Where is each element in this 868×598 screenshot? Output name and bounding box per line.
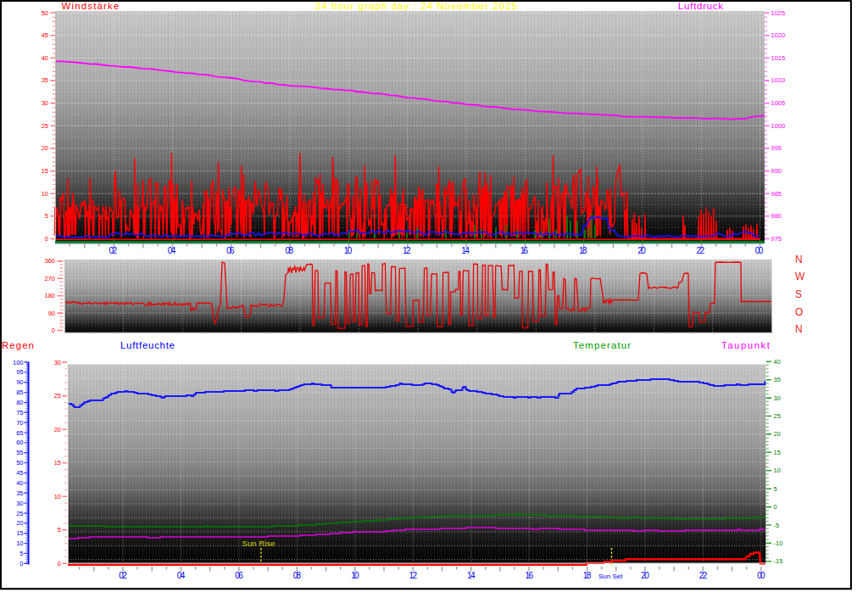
svg-text:20: 20 — [16, 519, 23, 527]
svg-text:0: 0 — [52, 327, 55, 334]
svg-text:360: 360 — [44, 257, 55, 265]
svg-text:08: 08 — [293, 571, 302, 580]
svg-text:10: 10 — [774, 467, 781, 474]
svg-text:04: 04 — [168, 246, 176, 255]
svg-text:20: 20 — [774, 430, 781, 438]
svg-text:22: 22 — [699, 571, 708, 580]
svg-text:15: 15 — [16, 529, 23, 537]
svg-text:20: 20 — [42, 144, 48, 152]
svg-text:15: 15 — [54, 459, 61, 467]
svg-text:0: 0 — [58, 560, 61, 567]
svg-text:15: 15 — [42, 167, 48, 175]
svg-text:85: 85 — [16, 388, 23, 396]
svg-text:20: 20 — [641, 571, 649, 580]
svg-text:35: 35 — [42, 76, 48, 84]
svg-text:16: 16 — [525, 571, 533, 580]
svg-text:1005: 1005 — [771, 99, 786, 107]
svg-text:-10: -10 — [774, 539, 783, 547]
svg-text:0: 0 — [19, 560, 23, 567]
svg-text:06: 06 — [235, 571, 243, 580]
svg-text:80: 80 — [16, 399, 23, 406]
svg-text:-5: -5 — [774, 522, 780, 529]
svg-text:55: 55 — [16, 449, 23, 456]
svg-text:40: 40 — [774, 358, 781, 366]
svg-text:10: 10 — [351, 571, 359, 580]
svg-text:02: 02 — [119, 571, 127, 580]
svg-text:25: 25 — [774, 412, 781, 420]
svg-text:50: 50 — [42, 9, 48, 17]
svg-text:180: 180 — [44, 292, 55, 299]
svg-text:04: 04 — [177, 571, 186, 580]
svg-text:10: 10 — [42, 190, 48, 198]
svg-text:20: 20 — [637, 246, 646, 255]
svg-text:90: 90 — [48, 310, 55, 317]
svg-text:-15: -15 — [774, 557, 783, 565]
svg-text:18: 18 — [579, 246, 587, 255]
svg-text:70: 70 — [16, 419, 23, 427]
svg-text:16: 16 — [520, 246, 529, 255]
svg-text:35: 35 — [774, 376, 781, 383]
svg-text:5: 5 — [45, 212, 48, 220]
svg-text:35: 35 — [16, 489, 23, 497]
svg-text:0: 0 — [45, 235, 48, 243]
svg-text:30: 30 — [16, 500, 23, 507]
svg-text:W: W — [795, 271, 805, 282]
svg-text:75: 75 — [16, 409, 23, 416]
svg-text:Temperatur: Temperatur — [573, 340, 631, 350]
svg-text:30: 30 — [42, 99, 48, 107]
svg-text:12: 12 — [409, 571, 418, 580]
svg-text:Sun Rise: Sun Rise — [242, 539, 275, 548]
svg-text:995: 995 — [771, 144, 782, 152]
svg-text:1020: 1020 — [771, 31, 786, 39]
svg-text:1000: 1000 — [771, 122, 786, 130]
svg-text:40: 40 — [42, 54, 48, 62]
svg-text:20: 20 — [54, 426, 61, 433]
svg-text:975: 975 — [771, 235, 782, 243]
svg-text:00: 00 — [757, 571, 765, 580]
svg-text:22: 22 — [697, 246, 705, 255]
svg-text:S: S — [795, 288, 802, 300]
svg-text:N: N — [795, 323, 803, 335]
svg-text:Windstärke: Windstärke — [61, 1, 119, 11]
svg-text:Luftfeuchte: Luftfeuchte — [120, 340, 175, 350]
svg-text:90: 90 — [16, 378, 23, 386]
svg-text:100: 100 — [13, 359, 24, 366]
svg-text:40: 40 — [16, 479, 23, 487]
svg-text:14: 14 — [467, 571, 476, 580]
svg-text:Taupunkt: Taupunkt — [721, 340, 771, 350]
svg-text:270: 270 — [44, 275, 55, 282]
svg-text:45: 45 — [16, 469, 23, 477]
svg-text:5: 5 — [58, 526, 61, 534]
svg-text:02: 02 — [109, 246, 118, 255]
svg-text:30: 30 — [54, 359, 61, 366]
svg-text:14: 14 — [461, 246, 470, 255]
svg-text:25: 25 — [16, 510, 23, 517]
svg-text:06: 06 — [226, 246, 235, 255]
svg-text:1010: 1010 — [771, 76, 786, 84]
svg-text:0: 0 — [774, 503, 777, 511]
svg-text:65: 65 — [16, 429, 23, 437]
svg-text:1015: 1015 — [771, 54, 786, 62]
svg-text:10: 10 — [16, 539, 23, 547]
svg-text:10: 10 — [344, 246, 353, 255]
svg-text:O: O — [795, 306, 803, 318]
svg-text:10: 10 — [54, 493, 61, 500]
svg-text:95: 95 — [16, 368, 23, 376]
svg-text:45: 45 — [42, 31, 48, 39]
svg-text:Luftdruck: Luftdruck — [678, 1, 723, 11]
svg-text:980: 980 — [771, 212, 782, 220]
svg-text:18: 18 — [583, 571, 592, 580]
svg-text:N: N — [795, 254, 803, 265]
svg-text:25: 25 — [54, 392, 61, 400]
svg-text:25: 25 — [42, 122, 48, 130]
svg-text:08: 08 — [285, 246, 293, 255]
svg-text:12: 12 — [403, 246, 411, 255]
svg-text:1025: 1025 — [771, 9, 786, 17]
svg-text:5: 5 — [19, 550, 23, 557]
svg-text:15: 15 — [774, 449, 781, 456]
svg-text:24 hour graph day : 24 Novembe: 24 hour graph day : 24 November 2025 — [315, 1, 517, 11]
svg-text:Regen: Regen — [2, 340, 34, 350]
svg-text:985: 985 — [771, 190, 782, 198]
svg-text:60: 60 — [16, 439, 23, 446]
svg-text:5: 5 — [774, 485, 777, 493]
